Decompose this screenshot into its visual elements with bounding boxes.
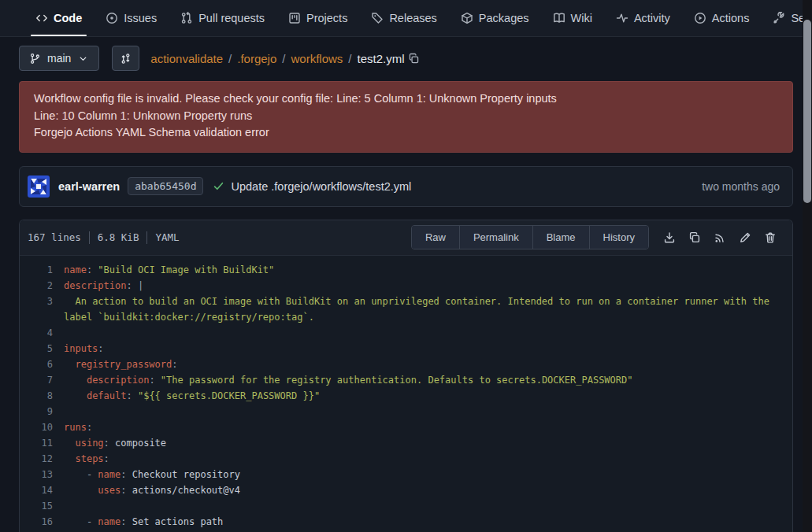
line-number[interactable]: 6 — [20, 357, 64, 372]
line-content: registry_password: — [64, 357, 792, 372]
scrollbar-thumb[interactable] — [803, 20, 811, 203]
download-icon — [663, 231, 676, 244]
code-line: 6 registry_password: — [20, 357, 792, 372]
line-content: steps: — [64, 451, 792, 467]
line-number[interactable]: 4 — [20, 325, 64, 341]
breadcrumb-separator: / — [282, 52, 285, 65]
code-line: 10runs: — [20, 419, 792, 435]
tab-packages[interactable]: Packages — [453, 0, 537, 36]
tab-label: Issues — [124, 12, 157, 24]
code-line: 1name: "Build OCI Image with BuildKit" — [20, 262, 792, 278]
error-banner: Workflow config file is invalid. Please … — [19, 81, 793, 153]
code-line: 15 — [20, 498, 792, 514]
line-number[interactable]: 16 — [20, 514, 64, 530]
raw-button[interactable]: Raw — [412, 226, 460, 249]
code-line: 9 — [20, 404, 792, 419]
scrollbar-track[interactable] — [803, 0, 812, 532]
line-content — [64, 404, 792, 419]
latest-commit-bar: earl-warren abab65450d Update .forgejo/w… — [19, 166, 793, 207]
code-line: 17 shell: bash — [20, 530, 792, 532]
line-number[interactable]: 11 — [20, 435, 64, 451]
issue-icon — [106, 12, 118, 24]
file-action-icons — [657, 227, 783, 249]
code-line: 14 uses: actions/checkout@v4 — [20, 482, 792, 498]
line-number[interactable]: 1 — [20, 262, 64, 278]
edit-button[interactable] — [732, 227, 758, 249]
commit-status-check-icon[interactable] — [213, 180, 224, 192]
code-line: 7 description: "The password for the reg… — [20, 372, 792, 388]
line-content: shell: bash — [64, 530, 792, 532]
line-content: description: "The password for the regis… — [64, 372, 792, 388]
meta-divider — [146, 231, 147, 244]
repo-tab-bar: CodeIssuesPull requestsProjectsReleasesP… — [0, 0, 812, 37]
project-icon — [288, 12, 301, 24]
line-number[interactable]: 15 — [20, 498, 64, 514]
tab-activity[interactable]: Activity — [608, 0, 678, 36]
line-content: uses: actions/checkout@v4 — [64, 482, 792, 498]
blame-button[interactable]: Blame — [533, 226, 590, 249]
copy-path-button[interactable] — [408, 53, 420, 65]
line-number[interactable]: 9 — [20, 404, 64, 419]
breadcrumb-separator: / — [228, 52, 232, 65]
file-language: YAML — [155, 231, 179, 243]
commit-author[interactable]: earl-warren — [58, 180, 120, 193]
line-number[interactable]: 17 — [20, 530, 64, 532]
line-number[interactable]: 5 — [20, 341, 64, 357]
settings-icon — [773, 12, 785, 24]
tab-issues[interactable]: Issues — [98, 0, 165, 36]
tab-label: Activity — [634, 12, 670, 24]
code-line: 12 steps: — [20, 451, 792, 467]
commit-sha-badge[interactable]: abab65450d — [128, 177, 203, 195]
line-number[interactable]: 13 — [20, 467, 64, 482]
breadcrumb: actionvalidate/.forgejo/workflows/test2.… — [150, 52, 404, 65]
avatar[interactable] — [28, 175, 50, 198]
history-button[interactable]: History — [590, 226, 648, 249]
download-button[interactable] — [657, 227, 682, 249]
line-number[interactable]: 8 — [20, 388, 64, 404]
tab-projects[interactable]: Projects — [280, 0, 355, 36]
copy-button[interactable] — [682, 227, 707, 249]
file-view-buttons: RawPermalinkBlameHistory — [411, 225, 649, 249]
code-view: 1name: "Build OCI Image with BuildKit"2d… — [20, 256, 792, 532]
line-content — [64, 325, 792, 341]
tab-actions[interactable]: Actions — [686, 0, 758, 36]
code-line: 5inputs: — [20, 341, 792, 357]
line-number[interactable]: 12 — [20, 451, 64, 467]
breadcrumb-segment[interactable]: workflows — [291, 52, 343, 65]
file-view-box: 167 lines 6.8 KiB YAML RawPermalinkBlame… — [19, 220, 793, 532]
line-content: inputs: — [64, 341, 792, 357]
line-content: name: "Build OCI Image with BuildKit" — [64, 262, 792, 278]
commit-message[interactable]: Update .forgejo/workflows/test2.yml — [231, 180, 411, 193]
commit-age: two months ago — [702, 180, 780, 193]
line-number[interactable]: 7 — [20, 372, 64, 388]
tab-releases[interactable]: Releases — [363, 0, 444, 36]
page-content: main actionvalidate/.forgejo/workflows/t… — [0, 46, 812, 532]
git-branch-icon — [29, 53, 41, 65]
line-number[interactable]: 2 — [20, 278, 64, 294]
tab-code[interactable]: Code — [28, 0, 90, 36]
chevron-down-icon — [77, 53, 89, 65]
error-line: Line: 10 Column 1: Unknown Property runs — [34, 108, 778, 125]
breadcrumb-segment[interactable]: actionvalidate — [150, 52, 223, 65]
code-line: 8 default: "${{ secrets.DOCKER_PASSWORD … — [20, 388, 792, 404]
permalink-button[interactable]: Permalink — [460, 226, 533, 249]
book-icon — [553, 12, 565, 24]
rss-button[interactable] — [707, 227, 732, 249]
meta-divider — [89, 231, 90, 244]
line-number[interactable]: 14 — [20, 482, 64, 498]
line-content: - name: Checkout repository — [64, 467, 792, 482]
git-compare-icon — [120, 53, 132, 65]
delete-button[interactable] — [758, 227, 783, 249]
tab-pull-requests[interactable]: Pull requests — [172, 0, 273, 36]
line-number[interactable]: 3 — [20, 294, 64, 325]
tab-wiki[interactable]: Wiki — [545, 0, 600, 36]
line-number[interactable]: 10 — [20, 419, 64, 435]
compare-button[interactable] — [112, 46, 139, 71]
line-content: description: | — [64, 278, 792, 294]
branch-selector-button[interactable]: main — [19, 46, 99, 71]
code-icon — [35, 12, 48, 24]
tab-label: Pull requests — [198, 12, 265, 24]
line-content: default: "${{ secrets.DOCKER_PASSWORD }}… — [64, 388, 792, 404]
tab-label: Releases — [389, 12, 436, 24]
breadcrumb-segment[interactable]: .forgejo — [237, 52, 276, 65]
